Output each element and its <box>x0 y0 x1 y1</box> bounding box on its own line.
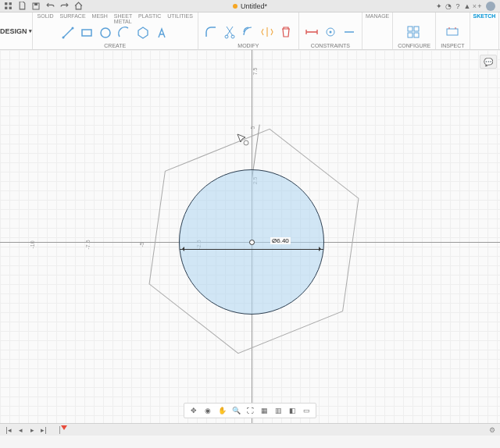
svg-point-7 <box>72 27 74 29</box>
coincident-tool-icon[interactable] <box>323 23 338 41</box>
create-group: SOLID SURFACE MESH SHEET METAL PLASTIC U… <box>33 12 198 49</box>
tab-sketch[interactable]: SKETCH <box>473 12 496 22</box>
timeline-settings-icon[interactable]: ⚙ <box>489 426 495 434</box>
horizontal-tool-icon[interactable] <box>341 23 357 41</box>
svg-rect-8 <box>82 30 91 36</box>
configure-icon[interactable] <box>406 23 422 41</box>
timeline-marker <box>59 426 60 434</box>
tab-plastic[interactable]: PLASTIC <box>138 12 161 22</box>
cursor-indicator-icon <box>236 133 250 147</box>
svg-rect-15 <box>414 27 419 31</box>
save-icon[interactable] <box>31 2 41 11</box>
axis-label: 7.5 <box>252 68 258 76</box>
orbit-icon[interactable]: ✥ <box>189 406 198 415</box>
tab-manage[interactable]: MANAGE <box>366 12 389 22</box>
workspace-switcher[interactable]: DESIGN ▾ <box>0 12 33 49</box>
app-menu-icon[interactable] <box>3 2 12 11</box>
quick-access-toolbar: Untitled* × + ✦ ◔ ? ▲ <box>0 0 500 12</box>
document-title: Untitled* <box>233 2 267 10</box>
tab-utilities[interactable]: UTILITIES <box>167 12 193 22</box>
svg-rect-1 <box>9 2 11 5</box>
manage-group: MANAGE <box>362 12 393 49</box>
comments-button[interactable]: 💬 <box>480 55 497 69</box>
constraints-label[interactable]: CONSTRAINTS <box>304 43 357 49</box>
sketch-canvas[interactable]: -10 -7.5 -5 -2.5 2.5 5 7.5 Ø6.40 💬 ✥ ◉ ✋… <box>0 50 500 423</box>
timeline-bar: |◂ ◂ ▸ ▸| ⚙ <box>0 423 500 436</box>
svg-rect-17 <box>414 33 419 37</box>
sketch-tab-group: SKETCH <box>470 12 500 49</box>
text-tool-icon[interactable] <box>154 24 170 41</box>
fit-icon[interactable]: ⛶ <box>245 406 255 415</box>
inspect-group: INSPECT <box>436 12 470 49</box>
dimension-value[interactable]: Ø6.40 <box>270 237 291 244</box>
redo-icon[interactable] <box>59 2 69 11</box>
notifications-icon[interactable]: ◔ <box>444 2 453 11</box>
title-text: Untitled* <box>241 2 267 10</box>
tab-solid[interactable]: SOLID <box>38 12 54 22</box>
circle-tool-icon[interactable] <box>98 24 113 41</box>
dimension-tool-icon[interactable] <box>304 23 320 41</box>
configure-label[interactable]: CONFIGURE <box>398 43 430 49</box>
tab-sheet-metal[interactable]: SHEET METAL <box>114 12 132 22</box>
caret-down-icon: ▾ <box>29 28 32 34</box>
offset-tool-icon[interactable] <box>241 23 256 41</box>
delete-tool-icon[interactable] <box>278 23 294 41</box>
create-label[interactable]: CREATE <box>38 43 193 49</box>
timeline-play-icon[interactable]: ▸ <box>28 426 36 434</box>
fillet-tool-icon[interactable] <box>203 23 219 41</box>
file-icon[interactable] <box>17 2 27 11</box>
timeline-playhead[interactable] <box>61 425 67 430</box>
arc-tool-icon[interactable] <box>116 24 132 41</box>
jobs-icon[interactable]: ▲ <box>462 2 472 11</box>
svg-point-6 <box>62 36 65 38</box>
inspect-icon[interactable] <box>445 23 460 41</box>
svg-point-13 <box>329 31 331 34</box>
rectangle-tool-icon[interactable] <box>79 24 95 41</box>
grid-icon[interactable]: ▥ <box>273 406 283 415</box>
timeline-next-icon[interactable]: ▸| <box>40 426 48 434</box>
svg-rect-16 <box>408 33 412 37</box>
modify-label[interactable]: MODIFY <box>203 43 294 49</box>
svg-rect-14 <box>408 27 412 31</box>
display-icon[interactable]: ▦ <box>259 406 269 415</box>
svg-rect-5 <box>34 3 38 5</box>
view-navigation-bar: ✥ ◉ ✋ 🔍 ⛶ ▦ ▥ ◧ ▭ <box>184 403 316 418</box>
help-icon[interactable]: ? <box>453 2 462 11</box>
trim-tool-icon[interactable] <box>222 23 238 41</box>
inspect-label[interactable]: INSPECT <box>441 43 464 49</box>
tab-surface[interactable]: SURFACE <box>60 12 86 22</box>
timeline-start-icon[interactable]: |◂ <box>5 426 12 434</box>
viewport-icon[interactable]: ▭ <box>302 406 311 415</box>
svg-rect-18 <box>447 29 458 35</box>
modify-group: MODIFY <box>198 12 299 49</box>
constraints-group: CONSTRAINTS <box>299 12 362 49</box>
line-tool-icon[interactable] <box>60 24 76 41</box>
timeline-prev-icon[interactable]: ◂ <box>16 426 24 434</box>
zoom-icon[interactable]: 🔍 <box>231 406 241 415</box>
origin-point[interactable] <box>249 240 255 245</box>
axis-label: -10 <box>30 240 35 248</box>
home-icon[interactable] <box>73 2 83 11</box>
user-avatar[interactable] <box>486 2 495 11</box>
ribbon-toolbar: DESIGN ▾ SOLID SURFACE MESH SHEET METAL … <box>0 12 500 50</box>
svg-point-9 <box>101 28 110 37</box>
svg-point-22 <box>244 140 248 145</box>
svg-rect-2 <box>5 7 7 9</box>
tab-mesh[interactable]: MESH <box>92 12 108 22</box>
svg-rect-3 <box>9 7 11 9</box>
configure-group: CONFIGURE <box>393 12 436 49</box>
workspace-label: DESIGN <box>0 27 27 35</box>
context-tabs: SOLID SURFACE MESH SHEET METAL PLASTIC U… <box>38 12 193 22</box>
dimension-line[interactable] <box>180 249 323 250</box>
display-settings-icon[interactable]: ◧ <box>288 406 297 415</box>
extensions-icon[interactable]: ✦ <box>434 2 444 11</box>
mirror-tool-icon[interactable] <box>259 23 275 41</box>
new-tab-icon[interactable]: + <box>475 2 484 11</box>
pan-icon[interactable]: ✋ <box>217 406 227 415</box>
unsaved-indicator-icon <box>233 4 238 9</box>
svg-rect-0 <box>5 2 7 5</box>
axis-label: -7.5 <box>85 240 91 249</box>
undo-icon[interactable] <box>45 2 55 11</box>
polygon-tool-icon[interactable] <box>135 24 151 41</box>
look-at-icon[interactable]: ◉ <box>203 406 212 415</box>
